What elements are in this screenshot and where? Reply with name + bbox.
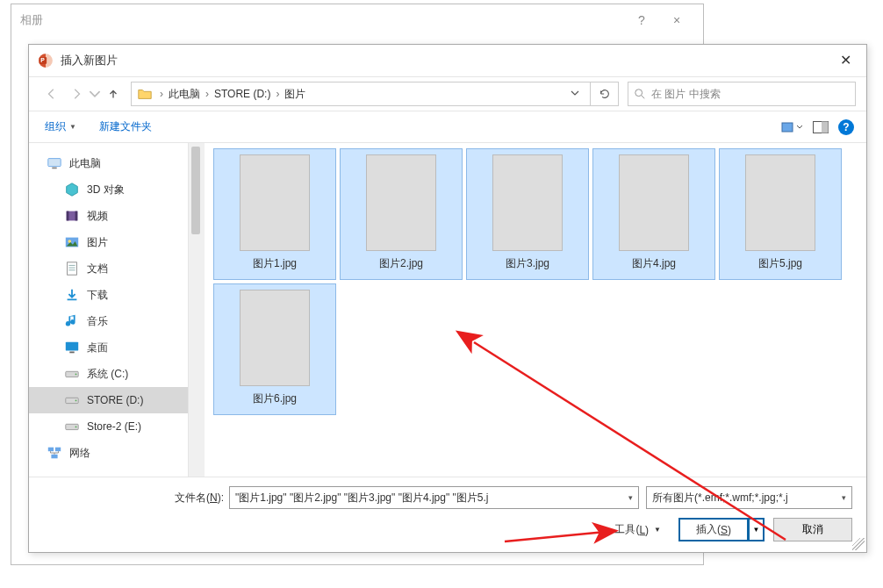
svg-rect-19 bbox=[69, 352, 74, 354]
dialog-title: 插入新图片 bbox=[61, 53, 828, 68]
svg-rect-18 bbox=[66, 342, 78, 351]
tree-item-c[interactable]: 系统 (C:) bbox=[29, 361, 188, 387]
video-icon bbox=[64, 208, 80, 224]
file-list-area[interactable]: 图片1.jpg图片2.jpg图片3.jpg图片4.jpg图片5.jpg图片6.j… bbox=[189, 143, 866, 477]
breadcrumb-bar[interactable]: › 此电脑 › STORE (D:) › 图片 bbox=[131, 82, 591, 106]
svg-rect-14 bbox=[68, 262, 77, 275]
breadcrumb-segment[interactable]: STORE (D:) bbox=[212, 88, 272, 100]
file-item[interactable]: 图片3.jpg bbox=[466, 148, 589, 280]
powerpoint-icon: P bbox=[38, 53, 54, 68]
chevron-right-icon: › bbox=[156, 88, 167, 100]
tree-item-documents[interactable]: 文档 bbox=[29, 255, 188, 282]
scrollbar-thumb[interactable] bbox=[191, 147, 200, 234]
dialog-titlebar: P 插入新图片 ✕ bbox=[29, 45, 866, 76]
tree-item-net[interactable]: 网络 bbox=[29, 440, 188, 466]
album-help-button[interactable]: ? bbox=[624, 13, 659, 27]
svg-point-25 bbox=[75, 427, 77, 428]
file-thumbnail bbox=[745, 154, 815, 251]
filename-label: 文件名(N): bbox=[175, 491, 224, 506]
tree-item-videos[interactable]: 视频 bbox=[29, 203, 188, 229]
tree-item-d[interactable]: STORE (D:) bbox=[29, 387, 188, 413]
file-thumbnail bbox=[366, 154, 436, 251]
tools-button[interactable]: 工具(L)▼ bbox=[609, 519, 666, 541]
file-name: 图片4.jpg bbox=[632, 256, 676, 271]
svg-point-23 bbox=[75, 400, 77, 402]
toolbar: 组织▼ 新建文件夹 ? bbox=[29, 111, 866, 143]
filename-input[interactable]: "图片1.jpg" "图片2.jpg" "图片3.jpg" "图片4.jpg" … bbox=[229, 486, 639, 509]
dialog-close-button[interactable]: ✕ bbox=[828, 47, 863, 75]
dialog-bottom: 文件名(N): "图片1.jpg" "图片2.jpg" "图片3.jpg" "图… bbox=[29, 477, 866, 552]
desktop-icon bbox=[64, 340, 80, 355]
svg-rect-8 bbox=[52, 168, 56, 169]
breadcrumb-segment[interactable]: 图片 bbox=[283, 87, 307, 102]
file-item[interactable]: 图片1.jpg bbox=[213, 148, 336, 280]
svg-rect-4 bbox=[782, 123, 793, 132]
folder-tree[interactable]: 此电脑3D 对象视频图片文档下载音乐桌面系统 (C:)STORE (D:)Sto… bbox=[29, 143, 189, 477]
help-button[interactable]: ? bbox=[838, 119, 854, 135]
resize-grip[interactable] bbox=[852, 538, 865, 550]
pic-icon bbox=[64, 234, 80, 250]
file-name: 图片3.jpg bbox=[506, 256, 549, 271]
breadcrumb-segment[interactable]: 此电脑 bbox=[167, 87, 202, 102]
file-name: 图片6.jpg bbox=[253, 391, 297, 406]
nav-up-button[interactable] bbox=[101, 82, 126, 106]
filetype-filter[interactable]: 所有图片(*.emf;*.wmf;*.jpg;*.j bbox=[646, 486, 852, 509]
refresh-button[interactable] bbox=[591, 82, 619, 106]
doc-icon bbox=[64, 261, 80, 276]
nav-back-button[interactable] bbox=[39, 82, 64, 106]
svg-text:P: P bbox=[40, 57, 45, 63]
organize-button[interactable]: 组织▼ bbox=[41, 116, 80, 138]
music-icon bbox=[64, 313, 80, 329]
svg-rect-11 bbox=[75, 212, 78, 221]
svg-point-3 bbox=[635, 90, 643, 97]
drive-icon bbox=[64, 419, 80, 434]
insert-button[interactable]: 插入(S) bbox=[678, 518, 749, 541]
svg-point-21 bbox=[75, 374, 77, 376]
tree-item-this-pc[interactable]: 此电脑 bbox=[29, 150, 188, 176]
chevron-right-icon: › bbox=[202, 88, 212, 100]
file-thumbnail bbox=[240, 154, 310, 251]
search-input[interactable]: 在 图片 中搜索 bbox=[628, 82, 856, 106]
album-close-button[interactable]: × bbox=[659, 13, 694, 27]
chevron-right-icon: › bbox=[272, 88, 283, 100]
file-item[interactable]: 图片6.jpg bbox=[213, 283, 336, 415]
nav-forward-button[interactable] bbox=[64, 82, 89, 106]
file-thumbnail bbox=[619, 154, 689, 251]
view-options-button[interactable] bbox=[780, 117, 805, 138]
album-title: 相册 bbox=[20, 12, 624, 28]
new-folder-button[interactable]: 新建文件夹 bbox=[96, 116, 155, 138]
svg-rect-7 bbox=[48, 159, 61, 167]
tree-item-desktop[interactable]: 桌面 bbox=[29, 334, 188, 361]
scrollbar-track[interactable] bbox=[189, 143, 205, 477]
insert-picture-dialog: P 插入新图片 ✕ › 此电脑 › STORE (D:) › 图片 在 图片 中… bbox=[28, 44, 867, 553]
net-icon bbox=[47, 445, 62, 461]
preview-pane-button[interactable] bbox=[808, 117, 833, 138]
drive-icon bbox=[64, 366, 80, 382]
svg-rect-26 bbox=[48, 448, 54, 452]
cancel-button[interactable]: 取消 bbox=[773, 518, 852, 541]
tree-item-music[interactable]: 音乐 bbox=[29, 308, 188, 334]
file-item[interactable]: 图片2.jpg bbox=[340, 148, 463, 280]
nav-bar: › 此电脑 › STORE (D:) › 图片 在 图片 中搜索 bbox=[29, 76, 866, 111]
svg-rect-28 bbox=[51, 455, 57, 459]
tree-item-3d[interactable]: 3D 对象 bbox=[29, 176, 188, 203]
file-item[interactable]: 图片4.jpg bbox=[592, 148, 715, 280]
tree-item-pictures[interactable]: 图片 bbox=[29, 229, 188, 255]
svg-rect-10 bbox=[67, 212, 69, 221]
file-name: 图片1.jpg bbox=[253, 256, 297, 271]
file-thumbnail bbox=[240, 290, 310, 386]
tree-item-downloads[interactable]: 下载 bbox=[29, 282, 188, 308]
drive-icon bbox=[64, 392, 80, 408]
svg-rect-27 bbox=[55, 448, 61, 452]
tree-item-e[interactable]: Store-2 (E:) bbox=[29, 413, 188, 440]
insert-dropdown[interactable]: ▼ bbox=[749, 518, 765, 541]
breadcrumb-dropdown[interactable] bbox=[565, 88, 585, 100]
pc-icon bbox=[47, 155, 62, 171]
search-icon bbox=[634, 88, 646, 100]
insert-button-group: 插入(S) ▼ bbox=[678, 518, 765, 541]
3d-icon bbox=[64, 182, 80, 197]
file-item[interactable]: 图片5.jpg bbox=[719, 148, 842, 280]
file-thumbnail bbox=[492, 154, 563, 251]
nav-recent-dropdown[interactable] bbox=[89, 82, 101, 106]
folder-icon bbox=[137, 86, 153, 102]
